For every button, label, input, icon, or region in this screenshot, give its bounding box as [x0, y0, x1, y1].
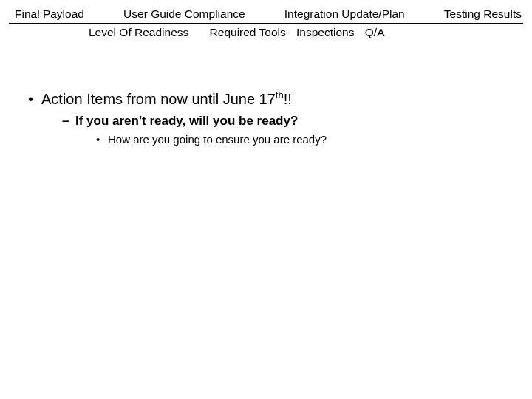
line1-sup: th	[276, 89, 284, 100]
line2-text: If you aren't ready, will you be ready?	[75, 114, 298, 128]
line1-post: !!	[284, 91, 292, 107]
bullet-dot-icon: •	[28, 91, 41, 108]
header-final-payload: Final Payload	[15, 7, 84, 21]
header-user-guide-compliance: User Guide Compliance	[123, 7, 245, 21]
header-integration-update-plan: Integration Update/Plan	[284, 7, 405, 21]
line3-text: How are you going to ensure you are read…	[108, 133, 327, 146]
header-row-1: Final Payload User Guide Compliance Inte…	[0, 7, 532, 22]
bullet-level-2: –If you aren't ready, will you be ready?	[62, 114, 517, 129]
header-level-of-readiness: Level Of Readiness	[89, 26, 188, 38]
bullet-level-3: •How are you going to ensure you are rea…	[96, 133, 517, 146]
dash-icon: –	[62, 114, 75, 129]
bullet-dot-icon: •	[96, 133, 108, 146]
slide: Final Payload User Guide Compliance Inte…	[0, 0, 532, 399]
header-testing-results: Testing Results	[444, 7, 522, 21]
header-qa: Q/A	[365, 26, 385, 38]
header-row-2: Level Of Readiness Required Tools Inspec…	[0, 24, 532, 39]
header-required-tools: Required Tools	[210, 26, 286, 38]
line1-pre: Action Items from now until June 17	[41, 91, 276, 107]
bullet-level-1: •Action Items from now until June 17th!!	[28, 91, 517, 108]
header-inspections: Inspections	[296, 26, 354, 38]
body: •Action Items from now until June 17th!!…	[0, 91, 532, 146]
